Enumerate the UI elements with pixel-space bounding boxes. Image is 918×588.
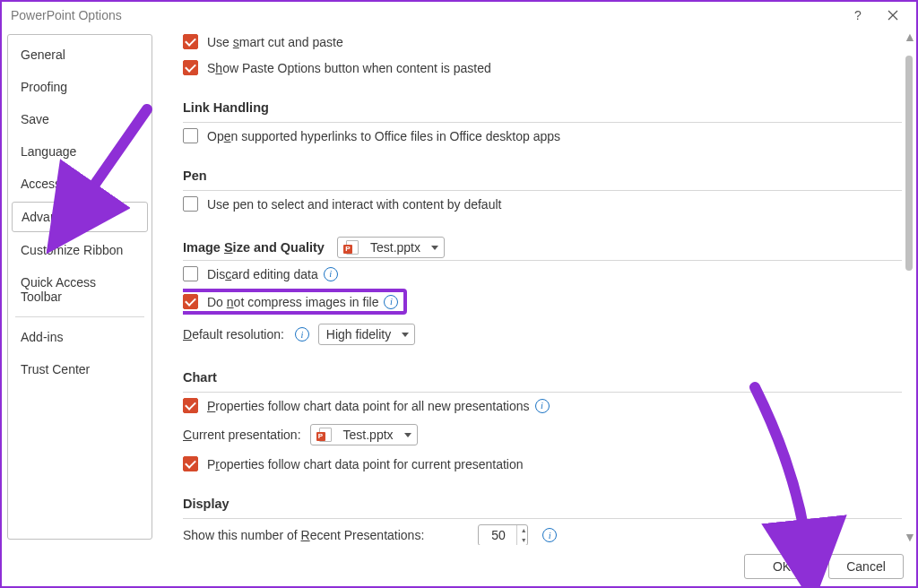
checkbox-discard-editing-data[interactable]: [183, 266, 198, 281]
label-default-resolution: Default resolution:: [183, 327, 284, 342]
sidebar-item-addins[interactable]: Add-ins: [8, 321, 152, 353]
checkbox-chart-current[interactable]: [183, 456, 198, 471]
pptx-file-icon: [345, 240, 359, 255]
info-icon[interactable]: [324, 267, 338, 281]
label-do-not-compress: Do not compress images in file: [207, 295, 378, 309]
chevron-down-icon: [404, 433, 411, 437]
select-default-resolution[interactable]: High fidelity: [318, 324, 415, 345]
info-icon[interactable]: [535, 399, 550, 413]
cancel-button[interactable]: Cancel: [828, 554, 904, 579]
label-open-hyperlinks: Open supported hyperlinks to Office file…: [207, 129, 560, 143]
window-title: PowerPoint Options: [11, 8, 122, 22]
select-image-target-file[interactable]: Test.pptx: [337, 237, 445, 258]
label-paste-options: Show Paste Options button when content i…: [207, 61, 491, 75]
checkbox-open-hyperlinks[interactable]: [183, 128, 198, 143]
section-display: Display Show this number of Recent Prese…: [183, 488, 902, 545]
sidebar-item-language[interactable]: Language: [8, 135, 152, 168]
chevron-down-icon: [431, 246, 438, 250]
label-smart-cut: Use smart cut and paste: [207, 35, 343, 49]
select-current-presentation[interactable]: Test.pptx: [310, 424, 418, 445]
section-link-handling: Link Handling Open supported hyperlinks …: [183, 91, 902, 149]
checkbox-do-not-compress[interactable]: [183, 294, 198, 309]
row-paste-options: Show Paste Options button when content i…: [183, 55, 902, 81]
scroll-up-arrow[interactable]: ▲: [904, 30, 916, 43]
info-icon[interactable]: [542, 528, 557, 542]
label-pen-default: Use pen to select and interact with cont…: [207, 197, 501, 212]
heading-display: Display: [183, 488, 902, 516]
heading-pen: Pen: [183, 160, 902, 188]
sidebar-item-quick-access[interactable]: Quick Access Toolbar: [8, 266, 152, 313]
sidebar-item-trust-center[interactable]: Trust Center: [8, 353, 152, 385]
sidebar: General Proofing Save Language Accessibi…: [2, 29, 158, 545]
options-dialog: PowerPoint Options ? General Proofing Sa…: [0, 0, 918, 588]
checkbox-paste-options[interactable]: [183, 60, 198, 75]
input-recent-count[interactable]: [491, 528, 516, 542]
sidebar-item-proofing[interactable]: Proofing: [8, 71, 152, 103]
sidebar-item-general[interactable]: General: [8, 39, 152, 71]
section-pen: Pen Use pen to select and interact with …: [183, 160, 902, 217]
sidebar-item-save[interactable]: Save: [8, 103, 152, 135]
spin-down[interactable]: ▼: [517, 535, 530, 545]
help-button[interactable]: ?: [839, 2, 875, 29]
heading-chart: Chart: [183, 361, 902, 390]
dialog-footer: OK Cancel: [744, 554, 904, 579]
section-image-size: Image Size and Quality Test.pptx Discard…: [183, 228, 902, 350]
scrollbar-thumb[interactable]: [905, 56, 913, 271]
content-pane: Use smart cut and paste Show Paste Optio…: [158, 29, 916, 545]
label-chart-current: Properties follow chart data point for c…: [207, 457, 524, 471]
section-chart: Chart Properties follow chart data point…: [183, 361, 902, 477]
label-recent-presentations: Show this number of Recent Presentations…: [183, 528, 424, 542]
ok-button[interactable]: OK: [744, 554, 819, 579]
scroll-down-arrow[interactable]: ▼: [904, 531, 916, 543]
row-smart-cut: Use smart cut and paste: [183, 29, 902, 55]
pptx-file-icon: [318, 428, 333, 442]
svg-text:?: ?: [854, 10, 862, 21]
sidebar-item-advanced[interactable]: Advanced: [12, 202, 148, 232]
checkbox-chart-all[interactable]: [183, 398, 198, 413]
spin-recent-count[interactable]: ▲ ▼: [478, 524, 528, 545]
label-chart-all: Properties follow chart data point for a…: [207, 399, 530, 413]
heading-link-handling: Link Handling: [183, 91, 902, 120]
highlight-do-not-compress: Do not compress images in file: [183, 289, 407, 315]
close-button[interactable]: [875, 2, 911, 29]
info-icon[interactable]: [295, 327, 309, 342]
label-discard: Discard editing data: [207, 267, 318, 281]
checkbox-pen-default[interactable]: [183, 196, 198, 212]
sidebar-separator: [15, 316, 144, 317]
label-current-presentation: Current presentation:: [183, 428, 301, 442]
checkbox-smart-cut[interactable]: [183, 34, 198, 49]
sidebar-item-accessibility[interactable]: Accessibility: [8, 168, 152, 200]
heading-image-size: Image Size and Quality: [183, 240, 325, 255]
spin-up[interactable]: ▲: [517, 525, 530, 535]
info-icon[interactable]: [384, 295, 398, 309]
chevron-down-icon: [402, 333, 409, 337]
titlebar: PowerPoint Options ?: [2, 2, 916, 29]
sidebar-item-customize-ribbon[interactable]: Customize Ribbon: [8, 234, 152, 266]
vertical-scrollbar[interactable]: ▲ ▼: [904, 30, 914, 543]
